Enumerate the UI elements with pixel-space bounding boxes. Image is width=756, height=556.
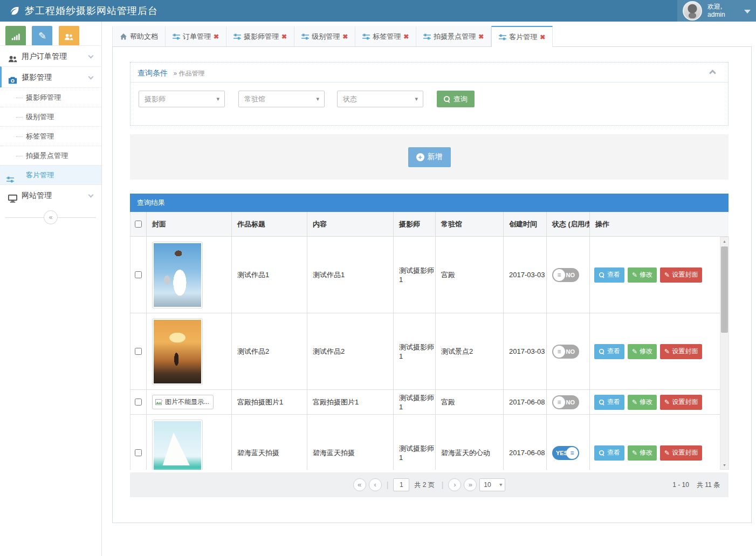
enable-toggle[interactable]: YES≡ (552, 446, 579, 460)
edit-button[interactable]: ✎修改 (628, 445, 657, 461)
created-cell: 2017-03-03 (504, 313, 547, 389)
search-button[interactable]: 查询 (437, 91, 475, 107)
table-scrollbar[interactable]: ▲ ▼ (720, 237, 729, 470)
content-cell: 测试作品2 (307, 313, 394, 389)
quick-buttons: ✎ ⚙ (5, 26, 101, 46)
scrollbar-thumb[interactable] (721, 246, 728, 333)
col-created: 创建时间 (504, 212, 547, 236)
set-cover-button[interactable]: ✎设置封面 (660, 445, 702, 461)
table-header: 封面 作品标题 内容 摄影师 常驻馆 创建时间 状态 (启用/禁用) 操作 (130, 212, 728, 237)
collapse-filter-icon[interactable] (709, 70, 716, 77)
page-number-input[interactable] (393, 478, 409, 491)
row-select-cell (130, 237, 147, 313)
users-button[interactable] (59, 26, 79, 46)
photography-submenu: 摄影师管理 级别管理 标签管理 拍摄景点管理 客片管理 (0, 87, 101, 184)
pencil-icon: ✎ (632, 348, 637, 355)
tab-help-docs[interactable]: 帮助文档 (112, 26, 166, 46)
hall-cell: 宫殿 (436, 390, 504, 414)
set-cover-button[interactable]: ✎设置封面 (660, 344, 702, 359)
cover-image[interactable] (152, 420, 203, 470)
row-checkbox[interactable] (135, 449, 142, 456)
tab-label: 级别管理 (312, 28, 340, 46)
edit-button[interactable]: ✎ (32, 26, 52, 46)
edit-label: 修改 (640, 448, 652, 457)
view-button[interactable]: 查看 (594, 344, 624, 359)
scroll-down-icon[interactable]: ▼ (720, 463, 728, 467)
tab-tag-mgmt[interactable]: 标签管理 ✖ (355, 26, 416, 46)
tab-photographer-mgmt[interactable]: 摄影师管理 ✖ (226, 26, 294, 46)
hall-select[interactable]: 常驻馆 ▾ (238, 91, 325, 107)
user-menu[interactable]: 欢迎, admin (677, 0, 756, 22)
row-checkbox[interactable] (135, 348, 142, 355)
add-button[interactable]: + 新增 (408, 147, 451, 167)
tab-order-mgmt[interactable]: 订单管理 ✖ (166, 26, 226, 46)
first-page-button[interactable]: « (353, 478, 366, 491)
sidebar-item-spot-mgmt[interactable]: 拍摄景点管理 (0, 146, 101, 165)
zoom-icon (599, 450, 604, 455)
pencil-icon: ✎ (664, 399, 670, 406)
view-label: 查看 (607, 347, 620, 356)
next-page-button[interactable]: › (448, 478, 461, 491)
tab-photo-mgmt[interactable]: 客片管理 ✖ (491, 26, 553, 47)
view-button[interactable]: 查看 (594, 445, 624, 461)
close-tab-icon[interactable]: ✖ (478, 28, 484, 46)
photographer-select[interactable]: 摄影师 ▾ (139, 91, 225, 107)
col-cover: 封面 (147, 212, 232, 236)
cover-image[interactable] (152, 242, 203, 308)
status-cell: YES≡ (547, 415, 590, 470)
sliders-icon (499, 33, 506, 41)
enable-toggle[interactable]: ≡NO (552, 345, 579, 359)
sidebar-item-level-mgmt[interactable]: 级别管理 (0, 107, 101, 126)
status-select[interactable]: 状态 ▾ (337, 91, 423, 107)
enable-toggle[interactable]: ≡NO (552, 268, 579, 282)
broken-image-placeholder[interactable]: 图片不能显示... (152, 395, 214, 409)
chevron-down-icon: ▾ (415, 91, 418, 107)
edit-button[interactable]: ✎修改 (628, 395, 657, 410)
page-size-select[interactable]: 10 ▾ (479, 478, 505, 491)
last-page-button[interactable]: » (464, 478, 477, 491)
avatar[interactable] (683, 1, 702, 20)
close-tab-icon[interactable]: ✖ (540, 28, 545, 46)
chevron-down-icon: ▾ (216, 91, 219, 107)
collapse-sidebar-button[interactable]: « (44, 210, 58, 224)
sidebar-item-tag-mgmt[interactable]: 标签管理 (0, 126, 101, 146)
enable-toggle[interactable]: ≡NO (552, 395, 579, 409)
sliders-icon (173, 33, 180, 40)
tab-label: 拍摄景点管理 (434, 28, 476, 46)
close-tab-icon[interactable]: ✖ (342, 28, 348, 46)
sidebar-item-user-orders[interactable]: 用户订单管理 (0, 45, 101, 66)
scroll-up-icon[interactable]: ▲ (720, 239, 728, 243)
cover-cell (147, 313, 232, 389)
set-cover-button[interactable]: ✎设置封面 (660, 267, 702, 283)
prev-page-button[interactable]: ‹ (369, 478, 382, 491)
sidebar-item-photographer-mgmt[interactable]: 摄影师管理 (0, 87, 101, 107)
select-all-checkbox[interactable] (135, 221, 142, 228)
row-checkbox[interactable] (135, 271, 142, 278)
sidebar-item-website[interactable]: 网站管理 (0, 184, 101, 205)
table-body: 测试作品1 测试作品1 测试摄影师1 宫殿 2017-03-03 ≡NO 查看 … (130, 237, 720, 470)
actions-cell: 查看 ✎修改 ✎设置封面 (590, 390, 720, 414)
sidebar-item-photography[interactable]: 摄影管理 (0, 66, 101, 87)
row-checkbox[interactable] (135, 399, 142, 406)
zoom-icon (599, 399, 604, 404)
results-title-bar: 查询结果 (130, 194, 728, 212)
close-tab-icon[interactable]: ✖ (403, 28, 409, 46)
sidebar-item-photo-mgmt[interactable]: 客片管理 (0, 165, 101, 184)
tab-spot-mgmt[interactable]: 拍摄景点管理 ✖ (416, 26, 491, 46)
table-row: 测试作品1 测试作品1 测试摄影师1 宫殿 2017-03-03 ≡NO 查看 … (130, 237, 720, 313)
view-label: 查看 (607, 270, 620, 279)
close-tab-icon[interactable]: ✖ (281, 28, 287, 46)
close-tab-icon[interactable]: ✖ (214, 28, 219, 46)
cover-image[interactable] (152, 318, 203, 385)
pagination-controls: « ‹ | 共 2 页 | › » 10 ▾ (130, 472, 728, 497)
edit-button[interactable]: ✎修改 (628, 344, 657, 359)
stats-button[interactable] (5, 26, 26, 46)
edit-label: 修改 (640, 270, 652, 279)
set-cover-button[interactable]: ✎设置封面 (660, 395, 702, 410)
view-button[interactable]: 查看 (594, 395, 624, 410)
toggle-state: NO (566, 395, 575, 409)
view-button[interactable]: 查看 (594, 267, 624, 283)
tab-level-mgmt[interactable]: 级别管理 ✖ (294, 26, 355, 46)
table-row: 测试作品2 测试作品2 测试摄影师1 测试景点2 2017-03-03 ≡NO … (130, 313, 720, 390)
edit-button[interactable]: ✎修改 (628, 267, 657, 283)
